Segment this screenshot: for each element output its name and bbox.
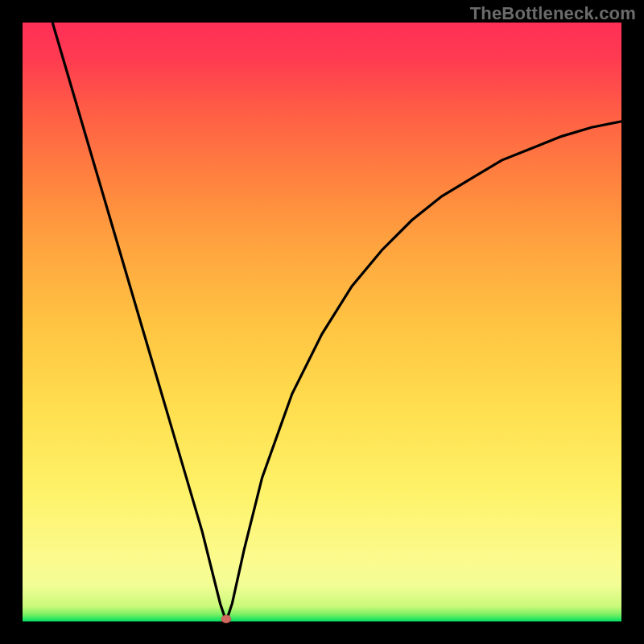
bottleneck-curve: [52, 23, 621, 621]
watermark-text: TheBottleneck.com: [470, 3, 636, 24]
curve-layer: [23, 23, 621, 621]
chart-frame: TheBottleneck.com: [0, 0, 644, 644]
plot-area: [23, 23, 621, 621]
optimal-marker: [221, 615, 231, 623]
